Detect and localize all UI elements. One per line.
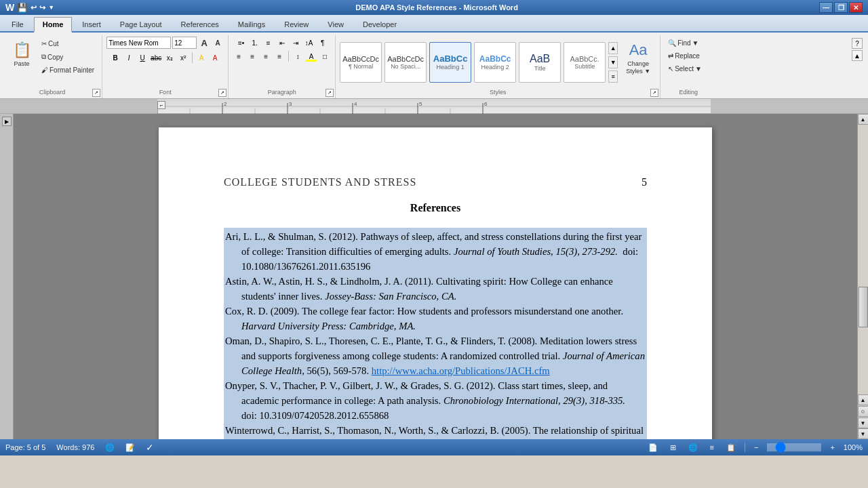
change-styles-button[interactable]: Aa ChangeStyles ▼ — [620, 38, 656, 87]
justify-button[interactable]: ≡ — [273, 50, 285, 62]
highlight-button[interactable]: A — [195, 52, 208, 64]
tab-insert[interactable]: Insert — [73, 17, 110, 31]
outline-button[interactable]: ≡ — [707, 442, 717, 453]
tab-home[interactable]: Home — [34, 17, 73, 33]
style-no-spacing[interactable]: AaBbCcDc No Spaci... — [384, 42, 427, 83]
ribbon-minimize-button[interactable]: ▲ — [852, 50, 863, 61]
style-heading1[interactable]: AaBbCc Heading 1 — [429, 42, 471, 83]
status-bar: Page: 5 of 5 Words: 976 🌐 📝 ✓ 📄 ⊞ 🌐 ≡ 📋 … — [0, 439, 868, 455]
quick-access-save[interactable]: 💾 — [17, 3, 28, 13]
sort-button[interactable]: ↕A — [303, 37, 315, 49]
style-subtitle-label: Subtitle — [574, 63, 595, 70]
format-painter-button[interactable]: 🖌 Format Painter — [38, 64, 98, 76]
scroll-down-button[interactable]: ▼ — [858, 428, 869, 439]
title-bar-left: W 💾 ↩ ↪ ▼ — [5, 2, 54, 13]
cut-button[interactable]: ✂ Cut — [38, 38, 98, 49]
para-row1: ≡• 1. ≡ ⇤ ⇥ ↕A ¶ — [235, 37, 329, 49]
tab-developer[interactable]: Developer — [354, 17, 406, 31]
scroll-thumb[interactable] — [859, 287, 868, 327]
font-grow-button[interactable]: A — [198, 37, 210, 49]
font-family-row: A A — [106, 37, 224, 49]
close-button[interactable]: ✕ — [849, 2, 863, 13]
tab-review[interactable]: Review — [275, 17, 317, 31]
restore-button[interactable]: ❐ — [834, 2, 848, 13]
italic-button[interactable]: I — [123, 52, 135, 64]
draft-button[interactable]: 📋 — [723, 442, 739, 453]
subscript-button[interactable]: x₂ — [163, 52, 176, 64]
style-heading1-preview: AaBbCc — [433, 54, 468, 64]
tab-view[interactable]: View — [319, 17, 353, 31]
bookmark-icon[interactable]: ▶ — [2, 117, 12, 126]
font-family-input[interactable] — [106, 37, 171, 49]
zoom-out-button[interactable]: − — [751, 442, 762, 453]
scroll-up-button[interactable]: ▲ — [858, 114, 869, 125]
zoom-slider[interactable] — [767, 443, 821, 451]
quick-access-dropdown[interactable]: ▼ — [48, 4, 54, 11]
scroll-next-page[interactable]: ▼ — [858, 418, 869, 428]
underline-button[interactable]: U — [136, 52, 149, 64]
decrease-indent-button[interactable]: ⇤ — [276, 37, 288, 49]
line-spacing-button[interactable]: ↕ — [292, 50, 304, 62]
scroll-prev-page[interactable]: ▲ — [858, 394, 869, 405]
style-subtitle[interactable]: AaBbCc. Subtitle — [564, 42, 606, 83]
strikethrough-button[interactable]: abc — [150, 52, 162, 64]
style-heading2[interactable]: AaBbCc Heading 2 — [474, 42, 516, 83]
style-title[interactable]: AaB Title — [519, 42, 561, 83]
tab-references[interactable]: References — [172, 17, 228, 31]
tab-page-layout[interactable]: Page Layout — [111, 17, 171, 31]
editing-content: 🔍 Find ▼ ⇄ Replace ↖ Select ▼ — [665, 37, 712, 97]
styles-expand[interactable]: ≡ — [608, 70, 618, 83]
font-shrink-button[interactable]: A — [212, 37, 224, 49]
style-no-spacing-label: No Spaci... — [391, 63, 420, 70]
clipboard-expand-button[interactable]: ↗ — [92, 89, 100, 97]
zoom-in-button[interactable]: + — [827, 442, 837, 453]
font-color-button[interactable]: A — [209, 52, 221, 64]
bullets-button[interactable]: ≡• — [235, 37, 248, 49]
font-expand-button[interactable]: ↗ — [218, 89, 226, 97]
find-button[interactable]: 🔍 Find ▼ — [665, 37, 712, 49]
bold-button[interactable]: B — [109, 52, 121, 64]
vertical-scrollbar: ▲ ▲ ○ ▼ ▼ — [857, 114, 868, 439]
superscript-button[interactable]: x² — [177, 52, 189, 64]
scroll-track[interactable] — [858, 125, 868, 394]
tab-selector[interactable]: ⌐ — [157, 101, 165, 109]
replace-button[interactable]: ⇄ Replace — [665, 49, 712, 62]
quick-access-undo[interactable]: ↩ — [31, 3, 37, 12]
quick-access-redo[interactable]: ↪ — [39, 3, 45, 12]
full-screen-button[interactable]: ⊞ — [667, 442, 679, 453]
word-icon: W — [5, 2, 14, 13]
borders-button[interactable]: □ — [319, 50, 331, 62]
tab-mailings[interactable]: Mailings — [229, 17, 274, 31]
style-heading2-label: Heading 2 — [481, 64, 509, 70]
clipboard-content: 📋 Paste ✂ Cut ⧉ Copy 🖌 Format Painter — [7, 37, 98, 97]
styles-scroll-down[interactable]: ▼ — [608, 56, 618, 68]
show-hide-button[interactable]: ¶ — [317, 37, 329, 49]
references-content[interactable]: Ari, L. L., & Shulman, S. (2012). Pathwa… — [224, 228, 647, 439]
help-button[interactable]: ? — [852, 38, 863, 49]
paste-button[interactable]: 📋 Paste — [7, 37, 37, 72]
page-header: COLLEGE STUDENTS AND STRESS 5 — [224, 176, 647, 188]
shading-button[interactable]: A — [305, 50, 317, 62]
ref4-link[interactable]: http://www.acha.org/Publications/JACH.cf… — [372, 365, 550, 376]
styles-group-label: Styles — [490, 89, 507, 96]
align-center-button[interactable]: ≡ — [246, 50, 258, 62]
select-button[interactable]: ↖ Select ▼ — [665, 62, 712, 75]
copy-button[interactable]: ⧉ Copy — [38, 51, 98, 63]
styles-scroll-up[interactable]: ▲ — [608, 42, 618, 54]
styles-expand-button[interactable]: ↗ — [650, 89, 658, 97]
ref6-text: Winterrowd, C., Harrist, S., Thomason, N… — [225, 425, 644, 439]
styles-gallery: AaBbCcDc ¶ Normal AaBbCcDc No Spaci... A… — [340, 38, 656, 96]
font-size-input[interactable] — [172, 37, 197, 49]
multilevel-button[interactable]: ≡ — [262, 37, 275, 49]
align-right-button[interactable]: ≡ — [260, 50, 272, 62]
numbering-button[interactable]: 1. — [249, 37, 261, 49]
web-layout-button[interactable]: 🌐 — [685, 442, 701, 453]
print-layout-button[interactable]: 📄 — [645, 442, 661, 453]
style-normal[interactable]: AaBbCcDc ¶ Normal — [340, 42, 382, 83]
tab-file[interactable]: File — [3, 17, 33, 31]
increase-indent-button[interactable]: ⇥ — [290, 37, 302, 49]
paragraph-expand-button[interactable]: ↗ — [326, 89, 334, 97]
minimize-button[interactable]: — — [819, 2, 833, 13]
ribbon-tabs: File Home Insert Page Layout References … — [0, 15, 868, 33]
align-left-button[interactable]: ≡ — [233, 50, 245, 62]
